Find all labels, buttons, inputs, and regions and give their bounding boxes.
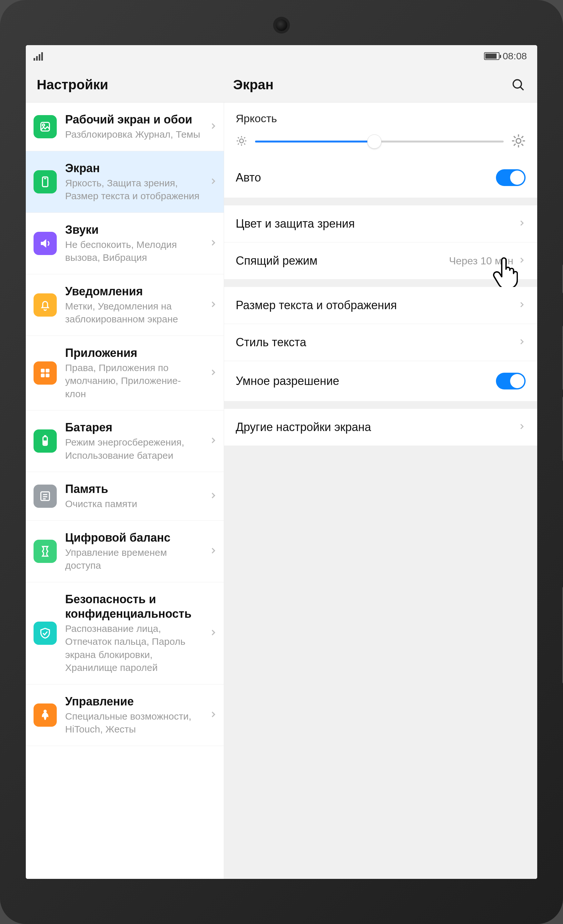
sidebar-item-title: Безопасность и конфиденциаль­ность xyxy=(65,592,201,621)
row-color-eyecare[interactable]: Цвет и защита зрения xyxy=(224,206,537,242)
page-title: Экран xyxy=(233,77,273,93)
tablet-frame: 08:08 Настройки Экран Рабочий экран и об… xyxy=(0,0,563,924)
row-other-display[interactable]: Другие настройки экрана xyxy=(224,409,537,446)
svg-line-33 xyxy=(513,144,516,146)
chevron-right-icon xyxy=(518,301,525,310)
chevron-right-icon xyxy=(209,491,217,501)
accessibility-icon xyxy=(33,704,57,727)
sounds-icon xyxy=(33,232,57,255)
svg-rect-7 xyxy=(46,369,50,372)
security-icon xyxy=(33,622,57,645)
chevron-right-icon xyxy=(518,219,525,228)
chevron-right-icon xyxy=(209,436,217,446)
sidebar-item-title: Уведомления xyxy=(65,284,201,298)
sidebar-item-sub: Метки, Уведомления на заблокированном эк… xyxy=(65,300,201,326)
apps-icon xyxy=(33,362,57,385)
sidebar-item-sub: Специальные возможности, HiTouch, Жесты xyxy=(65,710,201,736)
row-sleep[interactable]: Спящий режим Через 10 мин xyxy=(224,242,537,279)
svg-line-34 xyxy=(521,136,523,138)
sidebar-item-sub: Управление временем доступа xyxy=(65,546,201,572)
chevron-right-icon xyxy=(209,177,217,187)
device-camera xyxy=(276,20,287,31)
sidebar-item-apps[interactable]: ПриложенияПрава, Приложения по умолчанию… xyxy=(26,336,224,411)
svg-line-22 xyxy=(238,137,239,138)
brightness-slider[interactable] xyxy=(255,141,504,142)
brightness-section: Яркость xyxy=(224,102,537,158)
sidebar-item-battery[interactable]: БатареяРежим энергосбере­жения, Использо… xyxy=(26,410,224,472)
chevron-right-icon xyxy=(209,368,217,378)
svg-line-1 xyxy=(521,87,523,90)
sidebar-item-title: Рабочий экран и обои xyxy=(65,112,201,127)
sidebar-item-sub: Яркость, Защита зрения, Размер текста и … xyxy=(65,177,201,203)
sleep-value: Через 10 мин xyxy=(449,255,513,267)
sidebar-item-title: Управление xyxy=(65,694,201,709)
row-smart-resolution[interactable]: Умное разрешение xyxy=(224,361,537,401)
sidebar-item-sub: Распознавание лица, Отпечаток пальца, Па… xyxy=(65,622,201,675)
chevron-right-icon xyxy=(209,122,217,132)
balance-icon xyxy=(33,540,57,563)
svg-rect-12 xyxy=(44,441,47,444)
signal-icon xyxy=(33,52,43,61)
sidebar-item-memory[interactable]: ПамятьОчистка памяти xyxy=(26,472,224,520)
svg-line-31 xyxy=(513,136,516,138)
sidebar-item-sub: Разблокировка Журнал, Темы xyxy=(65,128,201,141)
sidebar-item-balance[interactable]: Цифровой балансУправление временем досту… xyxy=(26,520,224,582)
svg-point-17 xyxy=(240,139,243,143)
sidebar-item-sounds[interactable]: ЗвукиНе беспокоить, Мелодия вызова, Вибр… xyxy=(26,213,224,274)
svg-point-3 xyxy=(42,124,45,126)
status-time: 08:08 xyxy=(503,51,527,62)
sidebar-item-sub: Не беспокоить, Мелодия вызова, Вибрация xyxy=(65,238,201,264)
battery-icon xyxy=(484,52,500,60)
notif-icon xyxy=(33,293,57,316)
status-bar: 08:08 xyxy=(26,45,537,67)
slider-thumb[interactable] xyxy=(367,135,381,148)
sidebar-item-title: Батарея xyxy=(65,420,201,435)
chevron-right-icon xyxy=(209,238,217,248)
battery-icon xyxy=(33,429,57,453)
sidebar: Рабочий экран и обоиРазблокировка Журнал… xyxy=(26,102,224,879)
sidebar-item-title: Память xyxy=(65,482,201,496)
svg-line-24 xyxy=(238,144,239,144)
svg-rect-8 xyxy=(41,374,45,377)
sidebar-item-title: Цифровой баланс xyxy=(65,530,201,545)
svg-point-0 xyxy=(513,80,521,88)
sidebar-item-security[interactable]: Безопасность и конфиденциаль­ностьРаспоз… xyxy=(26,582,224,684)
sidebar-title: Настройки xyxy=(26,67,224,102)
svg-point-26 xyxy=(516,139,521,144)
screen: 08:08 Настройки Экран Рабочий экран и об… xyxy=(26,45,537,879)
row-text-style[interactable]: Стиль текста xyxy=(224,324,537,361)
sidebar-item-accessibility[interactable]: УправлениеСпециальные возможности, HiTou… xyxy=(26,684,224,746)
chevron-right-icon xyxy=(209,710,217,720)
row-auto-brightness[interactable]: Авто xyxy=(224,158,537,198)
home-icon xyxy=(33,115,57,138)
brightness-label: Яркость xyxy=(236,112,525,125)
sidebar-item-display[interactable]: ЭкранЯркость, Защита зрения, Размер текс… xyxy=(26,151,224,213)
smart-resolution-toggle[interactable] xyxy=(496,373,525,390)
chevron-right-icon xyxy=(209,546,217,556)
sidebar-item-sub: Режим энергосбере­жения, Использование б… xyxy=(65,436,201,462)
sidebar-item-sub: Права, Приложения по умолчанию, Приложен… xyxy=(65,362,201,401)
sidebar-item-sub: Очистка памяти xyxy=(65,498,201,511)
memory-icon xyxy=(33,484,57,508)
svg-line-23 xyxy=(244,144,245,144)
auto-toggle[interactable] xyxy=(496,169,525,186)
search-button[interactable] xyxy=(510,77,526,93)
auto-label: Авто xyxy=(236,171,261,184)
brightness-low-icon xyxy=(236,135,247,148)
svg-line-32 xyxy=(521,144,523,146)
svg-rect-9 xyxy=(46,374,50,377)
sidebar-item-notif[interactable]: УведомленияМетки, Уведомления на заблоки… xyxy=(26,274,224,336)
chevron-right-icon xyxy=(518,338,525,347)
search-icon xyxy=(511,78,525,92)
chevron-right-icon xyxy=(518,256,525,266)
display-icon xyxy=(33,170,57,194)
header: Настройки Экран xyxy=(26,67,537,102)
sidebar-item-home[interactable]: Рабочий экран и обоиРазблокировка Журнал… xyxy=(26,102,224,151)
row-text-display-size[interactable]: Размер текста и отображения xyxy=(224,287,537,324)
main-panel: Яркость xyxy=(224,102,537,879)
brightness-high-icon xyxy=(511,134,525,149)
chevron-right-icon xyxy=(209,300,217,310)
sidebar-item-title: Приложения xyxy=(65,346,201,360)
sidebar-item-title: Экран xyxy=(65,161,201,176)
chevron-right-icon xyxy=(518,423,525,432)
